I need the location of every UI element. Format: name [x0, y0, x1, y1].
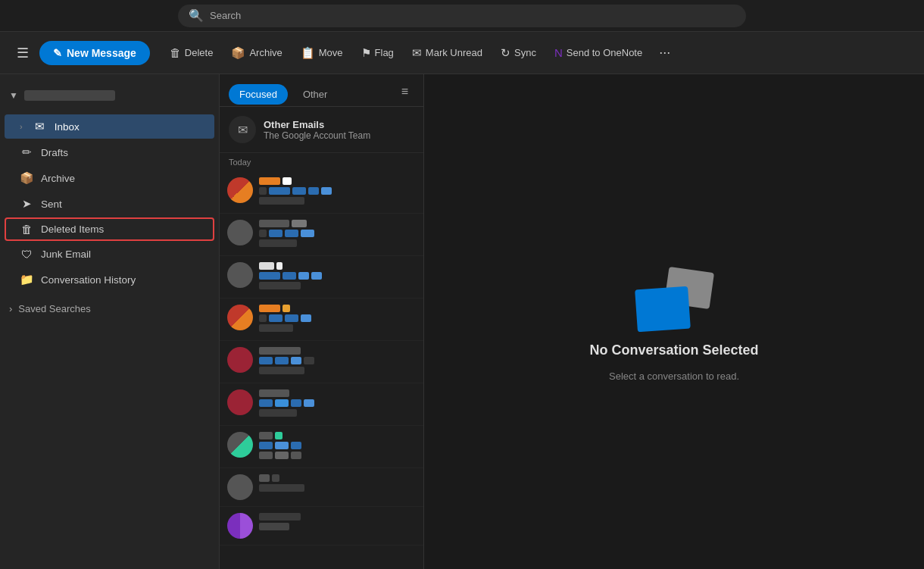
- new-message-label: New Message: [67, 47, 136, 59]
- main-content: ▼ › ✉ Inbox ✏ Drafts 📦 Archive ➤ Sent 🗑 …: [0, 74, 924, 569]
- delete-icon: 🗑: [170, 46, 181, 59]
- drafts-label: Drafts: [41, 147, 205, 158]
- avatar: [227, 220, 253, 245]
- deleted-items-icon: 🗑: [20, 223, 33, 236]
- no-conversation-subtitle: Select a conversation to read.: [609, 370, 739, 382]
- flag-label: Flag: [375, 47, 394, 58]
- delete-label: Delete: [185, 47, 214, 58]
- list-item[interactable]: [220, 426, 423, 468]
- avatar: [227, 347, 253, 373]
- delete-button[interactable]: 🗑 Delete: [162, 42, 221, 64]
- junk-email-label: Junk Email: [41, 249, 205, 260]
- email-list: [220, 171, 423, 569]
- conversation-history-icon: 📁: [20, 273, 33, 286]
- sidebar-item-junk-email[interactable]: 🛡 Junk Email: [5, 242, 214, 266]
- sidebar-item-inbox[interactable]: › ✉ Inbox: [5, 114, 214, 139]
- search-bar[interactable]: 🔍 Search: [178, 5, 746, 27]
- filter-icon[interactable]: ≡: [395, 82, 414, 102]
- saved-searches-expand-icon: ›: [9, 303, 12, 314]
- account-chevron-icon: ▼: [9, 90, 18, 101]
- tab-other[interactable]: Other: [292, 84, 339, 105]
- move-icon: 📋: [301, 46, 315, 60]
- avatar: [227, 432, 253, 458]
- mark-unread-button[interactable]: ✉ Mark Unread: [404, 42, 490, 64]
- tab-focused[interactable]: Focused: [229, 84, 288, 105]
- other-emails-header[interactable]: ✉ Other Emails The Google Account Team: [220, 107, 423, 153]
- list-item[interactable]: [220, 299, 423, 341]
- other-emails-from: Other Emails: [264, 119, 370, 130]
- archive-icon: 📦: [231, 46, 245, 60]
- inbox-label: Inbox: [55, 121, 205, 133]
- toolbar: ☰ ✎ New Message 🗑 Delete 📦 Archive 📋 Mov…: [0, 32, 924, 74]
- email-panel: Focused Other ≡ ✉ Other Emails The Googl…: [220, 74, 424, 569]
- compose-icon: ✎: [53, 47, 62, 59]
- top-bar: 🔍 Search: [0, 0, 924, 32]
- reading-pane: No Conversation Selected Select a conver…: [424, 74, 924, 569]
- list-item[interactable]: [220, 214, 423, 256]
- sync-button[interactable]: ↻ Sync: [493, 42, 544, 64]
- inbox-icon: ✉: [33, 120, 47, 133]
- hamburger-button[interactable]: ☰: [9, 39, 36, 67]
- move-button[interactable]: 📋 Move: [293, 42, 351, 64]
- sent-label: Sent: [41, 199, 205, 210]
- email-tabs: Focused Other ≡: [220, 74, 423, 107]
- list-item[interactable]: [220, 468, 423, 507]
- junk-email-icon: 🛡: [20, 248, 33, 261]
- other-emails-subject: The Google Account Team: [264, 130, 370, 141]
- archive-sidebar-icon: 📦: [20, 171, 33, 185]
- sync-label: Sync: [514, 47, 536, 58]
- list-item[interactable]: [220, 383, 423, 426]
- deleted-items-label: Deleted Items: [41, 224, 205, 235]
- avatar: [227, 305, 253, 330]
- list-item[interactable]: [220, 341, 423, 383]
- sidebar-item-sent[interactable]: ➤ Sent: [5, 192, 214, 216]
- avatar: [227, 177, 253, 203]
- avatar: [227, 262, 253, 288]
- flag-button[interactable]: ⚑ Flag: [354, 42, 401, 64]
- envelope-front-icon: [635, 286, 691, 332]
- archive-sidebar-label: Archive: [41, 173, 205, 184]
- onenote-label: Send to OneNote: [567, 47, 642, 58]
- account-name-bar: [24, 90, 115, 101]
- saved-searches-section[interactable]: › Saved Searches: [0, 299, 219, 319]
- search-label: Search: [210, 10, 241, 21]
- no-conversation-icon: [636, 262, 712, 330]
- inbox-expand-icon: ›: [20, 122, 23, 131]
- move-label: Move: [319, 47, 343, 58]
- archive-label: Archive: [249, 47, 282, 58]
- list-item[interactable]: [220, 171, 423, 214]
- avatar: [227, 513, 253, 539]
- sent-icon: ➤: [20, 197, 33, 211]
- drafts-icon: ✏: [20, 145, 33, 159]
- archive-button[interactable]: 📦 Archive: [223, 42, 289, 64]
- flag-icon: ⚑: [361, 46, 371, 60]
- today-label: Today: [220, 153, 423, 171]
- sidebar-item-deleted-items[interactable]: 🗑 Deleted Items: [5, 217, 214, 241]
- sidebar-item-conversation-history[interactable]: 📁 Conversation History: [5, 267, 214, 292]
- more-actions-button[interactable]: ···: [653, 40, 676, 65]
- account-selector[interactable]: ▼: [0, 80, 219, 111]
- other-emails-avatar: ✉: [229, 116, 256, 143]
- no-conversation-title: No Conversation Selected: [589, 342, 758, 358]
- mark-unread-label: Mark Unread: [426, 47, 482, 58]
- sync-icon: ↻: [501, 46, 510, 60]
- avatar: [227, 474, 253, 500]
- sidebar: ▼ › ✉ Inbox ✏ Drafts 📦 Archive ➤ Sent 🗑 …: [0, 74, 220, 569]
- onenote-button[interactable]: N Send to OneNote: [547, 42, 650, 64]
- sidebar-item-archive[interactable]: 📦 Archive: [5, 166, 214, 190]
- avatar: [227, 389, 253, 415]
- onenote-icon: N: [554, 46, 563, 59]
- sidebar-item-drafts[interactable]: ✏ Drafts: [5, 140, 214, 164]
- mark-unread-icon: ✉: [412, 46, 422, 60]
- list-item[interactable]: [220, 507, 423, 546]
- new-message-button[interactable]: ✎ New Message: [39, 41, 150, 65]
- saved-searches-label: Saved Searches: [18, 303, 90, 314]
- search-icon: 🔍: [189, 8, 204, 23]
- list-item[interactable]: [220, 256, 423, 299]
- conversation-history-label: Conversation History: [41, 274, 205, 286]
